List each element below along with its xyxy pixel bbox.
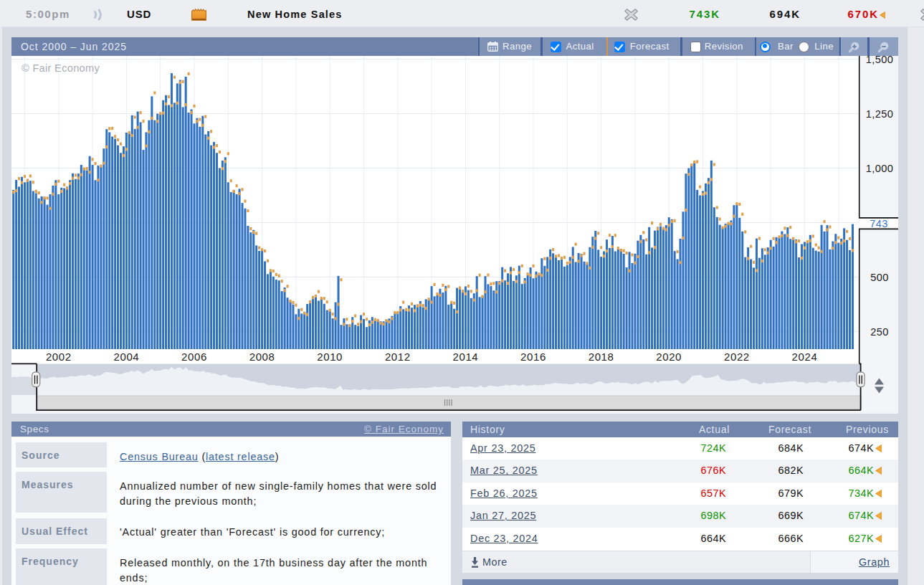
svg-text:2020: 2020 (656, 351, 682, 363)
svg-text:2004: 2004 (114, 351, 140, 363)
svg-text:500: 500 (870, 272, 889, 283)
svg-text:2022: 2022 (724, 351, 750, 363)
svg-text:2012: 2012 (385, 351, 411, 363)
svg-text:2002: 2002 (46, 351, 72, 363)
svg-text:743: 743 (870, 218, 888, 229)
svg-text:2016: 2016 (520, 351, 546, 363)
svg-text:2018: 2018 (589, 351, 614, 363)
svg-text:2014: 2014 (453, 351, 479, 363)
svg-text:250: 250 (870, 326, 889, 338)
svg-text:1,000: 1,000 (866, 163, 894, 174)
svg-text:2006: 2006 (181, 351, 207, 363)
svg-text:2024: 2024 (792, 351, 818, 363)
svg-text:© Fair Economy: © Fair Economy (22, 62, 100, 74)
svg-text:2010: 2010 (317, 351, 343, 363)
svg-text:1,500: 1,500 (866, 56, 894, 65)
svg-text:1,250: 1,250 (866, 108, 894, 120)
svg-text:2008: 2008 (249, 351, 275, 363)
